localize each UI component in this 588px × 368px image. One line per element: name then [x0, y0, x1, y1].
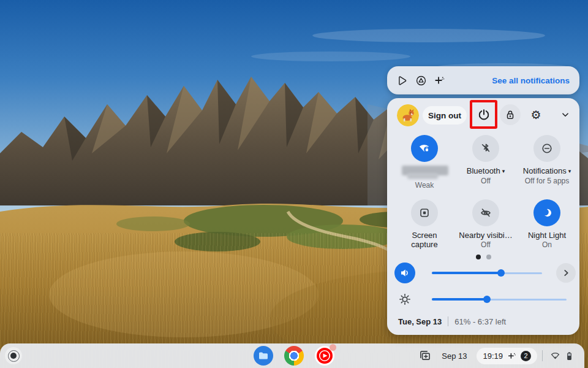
lock-button[interactable]	[500, 104, 521, 125]
power-button-highlight	[470, 100, 497, 129]
tile-screen-capture[interactable]: Screen capture	[394, 199, 455, 249]
notification-count-badge: 2	[521, 351, 531, 361]
footer-date[interactable]: Tue, Sep 13	[398, 317, 442, 326]
quick-settings-panel: Sign out ⚙ Weak Bluetooth▾ Off	[387, 98, 579, 335]
do-not-disturb-icon	[533, 135, 560, 162]
notifications-label: Notifications	[523, 166, 567, 175]
caret-down-icon: ▾	[502, 168, 505, 174]
launcher-button[interactable]	[5, 347, 22, 364]
night-light-status: On	[542, 240, 552, 250]
page-dot-inactive[interactable]	[486, 255, 491, 259]
screen-capture-tray-icon[interactable]	[418, 349, 432, 362]
bluetooth-off-icon	[472, 135, 499, 162]
wifi-icon	[411, 135, 438, 162]
see-all-notifications-link[interactable]: See all notifications	[492, 76, 570, 85]
sparkle-plus-icon[interactable]	[434, 75, 445, 86]
caret-down-icon: ▾	[568, 168, 571, 174]
quick-settings-footer: Tue, Sep 13 61% - 6:37 left	[398, 315, 571, 328]
tile-notifications[interactable]: Notifications▾ Off for 5 apps	[516, 135, 578, 186]
tray-divider	[542, 350, 543, 361]
sparkle-plus-icon	[507, 351, 516, 361]
screen-capture-label: Screen capture	[402, 231, 447, 249]
tray-time-button[interactable]: 19:19 2	[477, 348, 537, 364]
brightness-slider[interactable]	[432, 296, 567, 303]
battery-tray-icon	[564, 351, 575, 361]
tile-network[interactable]: Weak	[394, 135, 455, 190]
status-tray: Sep 13 19:19 2	[418, 343, 582, 368]
tray-time: 19:19	[483, 351, 503, 361]
tile-nearby-visibility[interactable]: Nearby visibi… Off	[455, 199, 516, 250]
collapse-chevron-icon[interactable]	[557, 107, 573, 123]
audio-settings-chevron-icon[interactable]	[556, 263, 576, 283]
redacted-network-name	[394, 166, 455, 182]
play-store-icon[interactable]	[397, 75, 409, 86]
bluetooth-label: Bluetooth	[467, 166, 500, 175]
night-light-label: Night Light	[528, 231, 566, 240]
pagination-dots	[387, 255, 579, 259]
volume-slider-thumb[interactable]	[497, 269, 505, 277]
volume-mute-button[interactable]	[394, 263, 415, 283]
youtube-music-app-icon[interactable]	[315, 346, 334, 366]
footer-divider	[448, 316, 448, 326]
notification-dot	[330, 344, 336, 351]
page-dot-active[interactable]	[476, 255, 481, 259]
bluetooth-status: Off	[481, 176, 491, 186]
network-status: Weak	[415, 180, 434, 190]
wifi-tray-icon	[550, 351, 560, 361]
nearby-visibility-status: Off	[481, 240, 491, 250]
night-light-moon-icon	[533, 199, 560, 226]
tray-status-icons[interactable]	[548, 351, 577, 361]
nearby-visibility-label: Nearby visibi…	[459, 231, 512, 240]
footer-battery-status: 61% - 6:37 left	[454, 317, 506, 326]
user-avatar[interactable]	[397, 104, 419, 126]
screen-record-icon	[411, 199, 438, 226]
notification-summary-bar[interactable]: See all notifications	[387, 66, 579, 94]
notifications-status: Off for 5 apps	[525, 176, 570, 186]
tray-date-button[interactable]: Sep 13	[435, 348, 473, 364]
launcher-ring	[8, 350, 20, 362]
files-app-icon[interactable]	[254, 346, 273, 366]
shelf: Sep 13 19:19 2	[0, 343, 584, 368]
settings-gear-icon[interactable]: ⚙	[526, 104, 546, 125]
eye-off-icon	[472, 199, 499, 226]
chrome-app-icon[interactable]	[284, 346, 304, 366]
volume-slider[interactable]	[432, 269, 542, 277]
brightness-slider-thumb[interactable]	[483, 296, 491, 303]
sign-out-button[interactable]: Sign out	[423, 106, 467, 125]
tile-night-light[interactable]: Night Light On	[516, 199, 578, 250]
shelf-apps	[254, 346, 334, 366]
tile-bluetooth[interactable]: Bluetooth▾ Off	[455, 135, 516, 186]
drive-icon[interactable]	[415, 75, 427, 86]
brightness-sun-icon	[398, 293, 412, 306]
gear-glyph: ⚙	[530, 108, 541, 122]
